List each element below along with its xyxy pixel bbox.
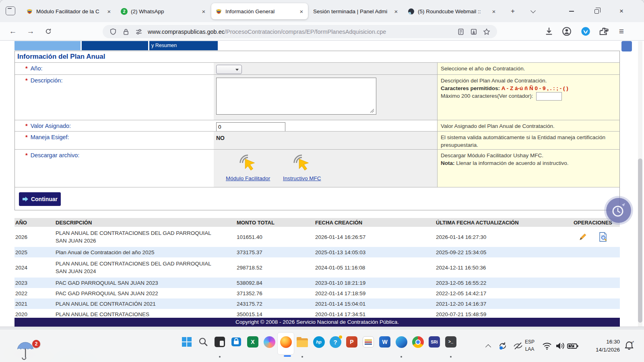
taskbar-firefox-button[interactable] xyxy=(279,335,293,349)
esigef-value: NO xyxy=(216,133,437,141)
taskbar-powerpoint-button[interactable]: P xyxy=(345,335,359,349)
tab-close-icon[interactable]: × xyxy=(393,8,399,15)
menu-hamburger-icon[interactable]: ≡ xyxy=(617,27,626,36)
cell-desc: PLAN ANUAL DE CONTRATACIÓN 2021 xyxy=(55,299,222,309)
tray-bell-icon[interactable]: zz xyxy=(623,340,635,352)
taskbar-copilot-button[interactable] xyxy=(262,335,276,349)
descargar-help-line1: Descargar Módulo Facilitador Ushay MFC. xyxy=(441,152,543,158)
form-title: Información del Plan Anual xyxy=(15,51,619,62)
taskbar-explorer-button[interactable] xyxy=(295,335,309,349)
page-footer: Copyright © 2008 - 2026 Servicio Naciona… xyxy=(14,318,620,327)
new-tab-button[interactable]: + xyxy=(506,5,519,18)
cell-actualizacion: 2026-01-14 16:27:30 xyxy=(435,233,566,241)
descripcion-textarea[interactable] xyxy=(216,78,376,115)
tab-close-icon[interactable]: × xyxy=(200,8,207,15)
continuar-button[interactable]: Continuar xyxy=(19,192,61,206)
tab-modulo-facilitador[interactable]: Módulo Facilitador de la C × xyxy=(22,3,116,19)
tab-whatsapp[interactable]: 2 (2) WhatsApp × xyxy=(117,3,210,19)
file-explorer-icon xyxy=(297,338,308,347)
counter-input[interactable] xyxy=(536,92,562,101)
ecuador-emblem-favicon xyxy=(26,8,33,15)
forward-button[interactable]: → xyxy=(24,25,37,37)
downloads-icon[interactable] xyxy=(544,27,554,36)
taskbar-search-button[interactable] xyxy=(196,335,210,349)
table-row: 2023 PAC GAD PARROQUIAL SAN JUAN 2023 53… xyxy=(14,278,620,288)
scrollbar-thumb[interactable] xyxy=(638,158,642,323)
taskbar-task-view-button[interactable] xyxy=(213,335,227,349)
reader-mode-icon[interactable] xyxy=(457,28,464,35)
cell-operaciones xyxy=(566,282,620,284)
cell-desc: PAC GAD PARROQUIAL SAN JUAN 2023 xyxy=(55,278,222,288)
section-tab-3-resumen[interactable]: y Resumen xyxy=(149,41,218,50)
save-page-icon[interactable] xyxy=(470,28,477,35)
tab-roundcube[interactable]: (5) Roundcube Webmail :: × xyxy=(404,3,500,19)
bookmark-star-icon[interactable] xyxy=(483,28,490,35)
tray-volume-icon[interactable] xyxy=(554,340,566,352)
tab-close-icon[interactable]: × xyxy=(491,8,497,15)
lock-icon[interactable] xyxy=(122,28,130,35)
tab-close-icon[interactable]: × xyxy=(298,8,305,15)
help-icon: ? xyxy=(333,339,337,346)
cell-monto: 243175.72 xyxy=(236,300,314,308)
permissions-icon[interactable] xyxy=(135,28,142,35)
address-bar[interactable]: www.compraspublicas.gob.ec/ProcesoContra… xyxy=(103,25,497,38)
tab-list-button[interactable] xyxy=(526,5,539,18)
tab-close-icon[interactable]: × xyxy=(106,8,112,15)
taskbar-edge-button[interactable] xyxy=(394,335,408,349)
back-button[interactable]: ← xyxy=(6,25,19,37)
relay-extension-icon[interactable] xyxy=(581,27,590,36)
table-header-descripcion: DESCRIPCIÓN xyxy=(55,220,236,226)
tray-chevron-up[interactable] xyxy=(482,340,494,352)
descripcion-help-line1: Descripción del Plan Anual de Contrataci… xyxy=(441,78,547,84)
taskbar-store-button[interactable] xyxy=(229,335,243,349)
taskbar-word-button[interactable]: W xyxy=(378,335,392,349)
taskbar-mfc-app-button[interactable] xyxy=(361,335,375,349)
edit-pencil-icon[interactable] xyxy=(578,232,587,241)
account-icon[interactable] xyxy=(562,27,572,36)
taskbar-terminal-button[interactable]: >_ xyxy=(444,335,458,349)
caracteres-permitidos-label: Caracteres permitidos: xyxy=(441,85,500,91)
taskbar-sri-button[interactable]: SRi xyxy=(427,335,441,349)
floating-clock-widget[interactable] xyxy=(606,198,631,223)
tray-language-indicator[interactable]: ESP LAA xyxy=(522,338,538,353)
url-text[interactable]: www.compraspublicas.gob.ec/ProcesoContra… xyxy=(148,29,454,35)
extensions-puzzle-icon[interactable] xyxy=(599,27,609,36)
sri-icon: SRi xyxy=(431,339,438,344)
anio-select[interactable] xyxy=(216,65,242,74)
valor-asignado-label: Valor Asignado: xyxy=(31,123,71,129)
shield-icon[interactable] xyxy=(109,28,117,35)
view-document-icon[interactable] xyxy=(599,232,607,242)
modulo-facilitador-link[interactable]: Módulo Facilitador xyxy=(226,175,270,181)
restore-button[interactable] xyxy=(590,5,603,18)
taskbar-chrome-button[interactable] xyxy=(411,335,425,349)
tab-sesion-terminada[interactable]: Sesión terminada | Panel Admi × xyxy=(309,3,402,19)
cell-year: 2023 xyxy=(14,279,55,287)
section-tab-1[interactable] xyxy=(14,41,80,50)
reload-button[interactable] xyxy=(42,25,55,37)
instructivo-mfc-link[interactable]: Instructivo MFC xyxy=(283,175,321,181)
tray-battery-icon[interactable] xyxy=(567,340,579,352)
close-button[interactable]: × xyxy=(615,5,628,18)
tray-wifi-icon[interactable] xyxy=(541,340,553,352)
minimize-button[interactable] xyxy=(565,5,578,18)
firefox-view-icon[interactable] xyxy=(6,6,15,15)
cell-operaciones xyxy=(566,267,620,268)
section-tab-2[interactable] xyxy=(82,41,148,50)
click-download-icon[interactable] xyxy=(291,153,312,173)
taskbar-hp-button[interactable]: hp xyxy=(312,335,326,349)
tray-clock[interactable]: 16:30 14/1/2026 xyxy=(580,338,620,354)
cell-creacion: 2022-01-14 17:18:59 xyxy=(314,290,435,297)
taskbar-excel-button[interactable]: X xyxy=(246,335,260,349)
cell-year: 2020 xyxy=(14,311,55,318)
whatsapp-favicon: 2 xyxy=(121,8,128,15)
click-download-icon[interactable] xyxy=(237,153,258,173)
floating-widget-tab[interactable] xyxy=(621,41,632,51)
taskbar-start-button[interactable] xyxy=(180,335,194,349)
cell-year: 2025 xyxy=(14,249,55,256)
table-header-ultima-fecha: ÚLTIMA FECHA ACTUALIZACIÓN xyxy=(435,220,566,226)
tab-informacion-general[interactable]: Información General × xyxy=(211,3,308,19)
tray-sync-icon[interactable] xyxy=(497,340,509,352)
resize-handle-icon[interactable] xyxy=(370,109,374,113)
valor-asignado-input[interactable] xyxy=(216,122,285,132)
taskbar-help-button[interactable]: ? xyxy=(328,335,342,349)
